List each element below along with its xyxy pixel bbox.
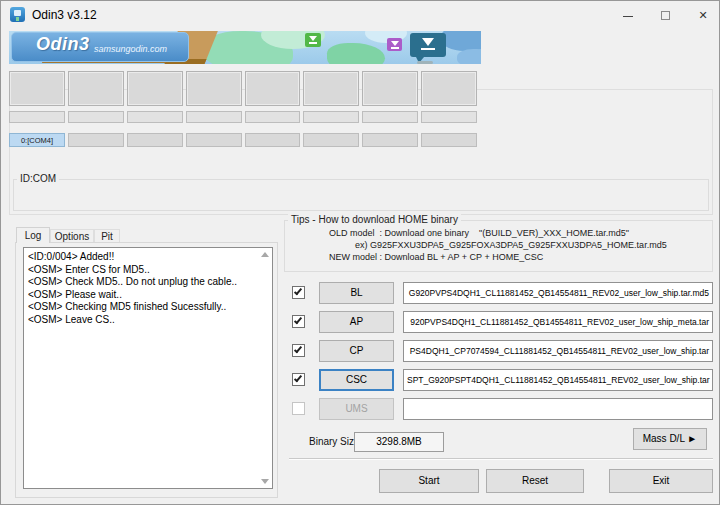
checkmark-icon <box>294 345 302 354</box>
close-button[interactable]: ✕ <box>685 1 720 29</box>
log-output[interactable]: <ID:0/004> Added!! <OSM> Enter CS for MD… <box>23 247 273 489</box>
exit-button[interactable]: Exit <box>609 469 713 493</box>
tips-groupbox: Tips - How to download HOME binary OLD m… <box>284 220 713 272</box>
ap-checkbox[interactable] <box>292 315 305 328</box>
progress-bar <box>127 111 183 123</box>
ap-button[interactable]: AP <box>319 311 394 333</box>
bl-button[interactable]: BL <box>319 282 394 304</box>
scroll-down-icon[interactable] <box>261 479 269 484</box>
divider <box>289 458 713 460</box>
map-marker-download-large-icon <box>410 33 446 57</box>
device-slot <box>127 71 183 106</box>
bl-checkbox[interactable] <box>292 286 305 299</box>
maximize-button[interactable] <box>647 1 685 29</box>
checkmark-icon <box>294 374 302 383</box>
log-lines: <ID:0/004> Added!! <OSM> Enter CS for MD… <box>28 251 237 326</box>
device-slot-row <box>9 71 477 106</box>
start-button[interactable]: Start <box>379 469 479 493</box>
com-port-cell-active: 0:[COM4] <box>9 133 65 147</box>
scroll-up-icon[interactable] <box>261 252 269 257</box>
progress-bar <box>186 111 242 123</box>
binary-size-label: Binary Size <box>309 436 360 447</box>
window-title: Odin3 v3.12 <box>32 8 97 22</box>
app-icon <box>10 7 25 22</box>
map-graphic <box>457 49 481 64</box>
ums-file-field <box>403 398 713 420</box>
device-slot <box>186 71 242 106</box>
device-slot <box>421 71 477 106</box>
tips-title: Tips - How to download HOME binary <box>288 214 461 225</box>
com-port-cell <box>186 133 242 147</box>
device-slot <box>68 71 124 106</box>
com-port-cell <box>68 133 124 147</box>
id-com-label: ID:COM <box>17 173 59 184</box>
csc-button[interactable]: CSC <box>319 369 394 391</box>
ap-file-field[interactable]: 920PVPS4DQH1_CL11881452_QB14554811_REV02… <box>403 311 713 333</box>
checkmark-icon <box>294 287 302 296</box>
tips-example: ex) G925FXXU3DPA5_G925FOXA3DPA5_G925FXXU… <box>355 240 667 250</box>
minimize-icon <box>623 16 633 17</box>
odin-window: Odin3 v3.12 ✕ Odin3 samsungodin.com <box>0 0 720 505</box>
device-slot <box>362 71 418 106</box>
map-marker-sync-icon <box>387 38 402 51</box>
checkmark-icon <box>294 316 302 325</box>
banner: Odin3 samsungodin.com <box>9 31 481 64</box>
progress-bar <box>68 111 124 123</box>
progress-bar <box>303 111 359 123</box>
device-slot <box>9 71 65 106</box>
ums-checkbox <box>292 402 305 415</box>
cp-file-field[interactable]: PS4DQH1_CP7074594_CL11881452_QB14554811_… <box>403 340 713 362</box>
progress-bar-row <box>9 111 477 123</box>
com-port-cell <box>303 133 359 147</box>
map-graphic <box>441 31 481 51</box>
tips-old-model: OLD model : Download one binary "(BUILD_… <box>329 228 629 238</box>
csc-file-field[interactable]: SPT_G920PSPT4DQH1_CL11881452_QB14554811_… <box>403 369 713 391</box>
com-port-row: 0:[COM4] <box>9 133 477 147</box>
map-graphic <box>327 43 385 64</box>
id-com-groupbox: ID:COM <box>13 179 709 211</box>
titlebar: Odin3 v3.12 ✕ <box>1 1 720 29</box>
progress-bar <box>9 111 65 123</box>
progress-bar <box>421 111 477 123</box>
device-slot <box>303 71 359 106</box>
ums-button: UMS <box>319 398 394 420</box>
marker-shadow <box>417 61 433 64</box>
reset-button[interactable]: Reset <box>486 469 584 493</box>
tab-log[interactable]: Log <box>16 227 50 243</box>
com-port-cell <box>421 133 477 147</box>
device-slot <box>245 71 301 106</box>
map-marker-download-icon <box>305 33 321 47</box>
csc-checkbox[interactable] <box>292 373 305 386</box>
com-port-cell <box>245 133 301 147</box>
binary-size-value: 3298.8MB <box>354 432 444 452</box>
banner-logo-subtitle: samsungodin.com <box>94 44 167 54</box>
bl-file-field[interactable]: G920PVPS4DQH1_CL11881452_QB14554811_REV0… <box>403 282 713 304</box>
cp-button[interactable]: CP <box>319 340 394 362</box>
minimize-button[interactable] <box>609 1 647 29</box>
progress-bar <box>245 111 301 123</box>
tips-new-model: NEW model : Download BL + AP + CP + HOME… <box>329 252 543 262</box>
com-port-cell <box>127 133 183 147</box>
maximize-icon <box>661 11 670 20</box>
mass-dl-button[interactable]: Mass D/L ► <box>633 428 707 450</box>
progress-bar <box>362 111 418 123</box>
cp-checkbox[interactable] <box>292 344 305 357</box>
banner-logo: Odin3 <box>36 34 90 55</box>
tab-options[interactable]: Options <box>50 229 94 243</box>
tab-pit[interactable]: Pit <box>94 229 120 243</box>
com-port-cell <box>362 133 418 147</box>
